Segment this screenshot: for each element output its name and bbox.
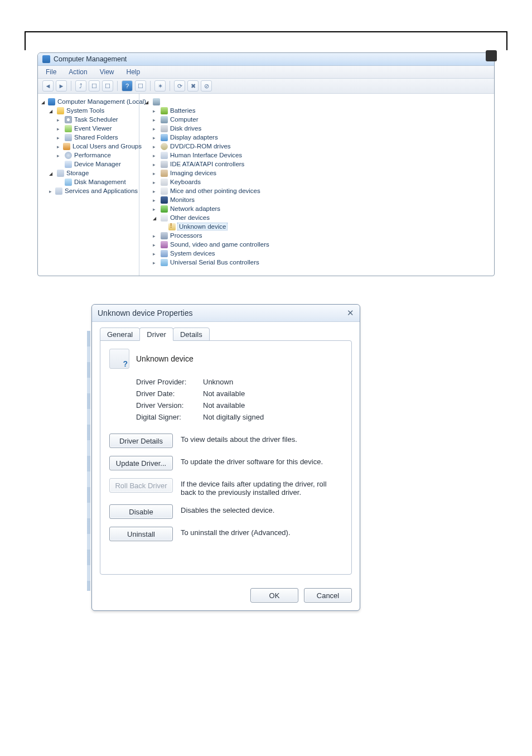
device-label: Imaging devices — [170, 170, 216, 176]
device-usb[interactable]: Universal Serial Bus controllers — [153, 258, 491, 267]
digital-signer-value: Not digitally signed — [203, 413, 264, 421]
dvd-icon — [161, 143, 168, 150]
cm-titlebar[interactable]: Computer Management — [38, 53, 494, 66]
menu-file[interactable]: File — [43, 68, 59, 76]
digital-signer-label: Digital Signer: — [136, 413, 203, 421]
dlg-footer: OK Cancel — [92, 582, 360, 610]
device-name: Unknown device — [136, 354, 194, 363]
tree-storage[interactable]: Storage — [49, 168, 137, 177]
cpu-icon — [161, 232, 168, 239]
device-imaging[interactable]: Imaging devices — [153, 168, 491, 177]
driver-provider-label: Driver Provider: — [136, 378, 203, 386]
device-ide[interactable]: IDE ATA/ATAPI controllers — [153, 160, 491, 168]
performance-icon — [65, 152, 72, 159]
tree-task-scheduler[interactable]: Task Scheduler — [57, 115, 137, 124]
tree-item-label: Local Users and Groups — [72, 143, 142, 150]
disable-button[interactable]: ⊘ — [201, 80, 212, 92]
refresh-button[interactable]: ☐ — [135, 80, 146, 92]
network-icon — [161, 205, 168, 213]
device-network[interactable]: Network adapters — [153, 204, 491, 213]
scan-button[interactable]: ✶ — [154, 80, 166, 92]
device-root[interactable] — [145, 97, 491, 106]
disable-device-button[interactable]: Disable — [109, 504, 173, 519]
pc-icon — [153, 98, 160, 105]
update-driver-desc: To update the driver software for this d… — [181, 456, 342, 466]
close-icon[interactable]: ✕ — [347, 308, 354, 318]
device-mice[interactable]: Mice and other pointing devices — [153, 186, 491, 195]
dlg-titlebar[interactable]: Unknown device Properties ✕ — [92, 305, 360, 322]
computer-icon — [161, 116, 168, 123]
up-button[interactable]: ⤴ — [75, 80, 86, 92]
rollback-driver-desc: If the device fails after updating the d… — [181, 478, 342, 497]
tree-item-label: Event Viewer — [74, 125, 112, 132]
dlg-title: Unknown device Properties — [98, 309, 192, 317]
driver-details-button[interactable]: Driver Details — [109, 434, 173, 448]
device-label: Computer — [170, 116, 199, 123]
uninstall-button[interactable]: ✖ — [187, 80, 199, 92]
device-label: Network adapters — [170, 205, 220, 212]
tree-event-viewer[interactable]: Event Viewer — [57, 124, 137, 133]
update-driver-button[interactable]: Update Driver... — [109, 456, 173, 470]
folder-icon — [57, 107, 64, 114]
device-system[interactable]: System devices — [153, 249, 491, 258]
computer-management-window: Computer Management File Action View Hel… — [37, 52, 495, 276]
device-label: Batteries — [170, 107, 195, 114]
help-button[interactable]: ? — [122, 80, 133, 92]
tree-services[interactable]: Services and Applications — [49, 186, 137, 195]
tree-disk-management[interactable]: Disk Management — [57, 177, 137, 186]
back-button[interactable]: ◄ — [42, 80, 54, 92]
device-icon — [109, 349, 129, 369]
properties-button[interactable]: ☐ — [102, 80, 113, 92]
device-label: Mice and other pointing devices — [170, 187, 260, 194]
device-sound[interactable]: Sound, video and game controllers — [153, 240, 491, 249]
tree-root[interactable]: Computer Management (Local) — [41, 97, 137, 106]
disk-drive-icon — [161, 125, 168, 132]
tab-driver[interactable]: Driver — [139, 328, 173, 341]
driver-date-value: Not available — [203, 389, 245, 398]
tab-general[interactable]: General — [100, 328, 140, 341]
driver-date-label: Driver Date: — [136, 389, 203, 398]
device-disk-drives[interactable]: Disk drives — [153, 124, 491, 133]
menu-help[interactable]: Help — [124, 68, 143, 76]
tree-item-label: Storage — [66, 170, 89, 176]
tree-performance[interactable]: Performance — [57, 151, 137, 160]
device-computer[interactable]: Computer — [153, 115, 491, 124]
cm-left-tree[interactable]: Computer Management (Local) System Tools… — [38, 94, 139, 276]
device-processors[interactable]: Processors — [153, 231, 491, 240]
device-dvd[interactable]: DVD/CD-ROM drives — [153, 142, 491, 151]
tree-shared-folders[interactable]: Shared Folders — [57, 133, 137, 142]
unknown-device-icon — [168, 223, 176, 230]
menu-action[interactable]: Action — [66, 68, 89, 76]
tab-details[interactable]: Details — [173, 328, 210, 341]
tree-device-manager[interactable]: Device Manager — [57, 160, 137, 168]
ok-button[interactable]: OK — [250, 588, 298, 603]
tab-content-driver: Unknown device Driver Provider: Unknown … — [100, 340, 352, 575]
users-icon — [63, 143, 70, 150]
device-hid[interactable]: Human Interface Devices — [153, 151, 491, 160]
cancel-button[interactable]: Cancel — [304, 588, 352, 603]
device-unknown[interactable]: Unknown device — [161, 222, 491, 231]
tree-item-label: Performance — [74, 152, 111, 158]
update-driver-button[interactable]: ⟳ — [174, 80, 185, 92]
device-other[interactable]: Other devices — [153, 213, 491, 222]
device-batteries[interactable]: Batteries — [153, 106, 491, 115]
device-display-adapters[interactable]: Display adapters — [153, 133, 491, 142]
show-hide-button[interactable]: ☐ — [89, 80, 100, 92]
device-monitors[interactable]: Monitors — [153, 195, 491, 204]
battery-icon — [161, 107, 168, 114]
monitor-icon — [161, 196, 168, 204]
menu-view[interactable]: View — [98, 68, 117, 76]
tree-local-users[interactable]: Local Users and Groups — [57, 142, 137, 151]
device-label: Other devices — [170, 214, 210, 221]
device-keyboards[interactable]: Keyboards — [153, 177, 491, 186]
device-label: Keyboards — [170, 179, 201, 185]
keyboard-icon — [161, 179, 168, 186]
uninstall-device-button[interactable]: Uninstall — [109, 527, 173, 541]
cm-device-tree[interactable]: Batteries Computer Disk drives Display a… — [139, 94, 494, 276]
driver-version-label: Driver Version: — [136, 401, 203, 410]
usb-icon — [161, 259, 168, 266]
tree-system-tools[interactable]: System Tools — [49, 106, 137, 115]
forward-button[interactable]: ► — [56, 80, 67, 92]
device-label: Processors — [170, 232, 202, 239]
device-label: Universal Serial Bus controllers — [170, 259, 259, 266]
